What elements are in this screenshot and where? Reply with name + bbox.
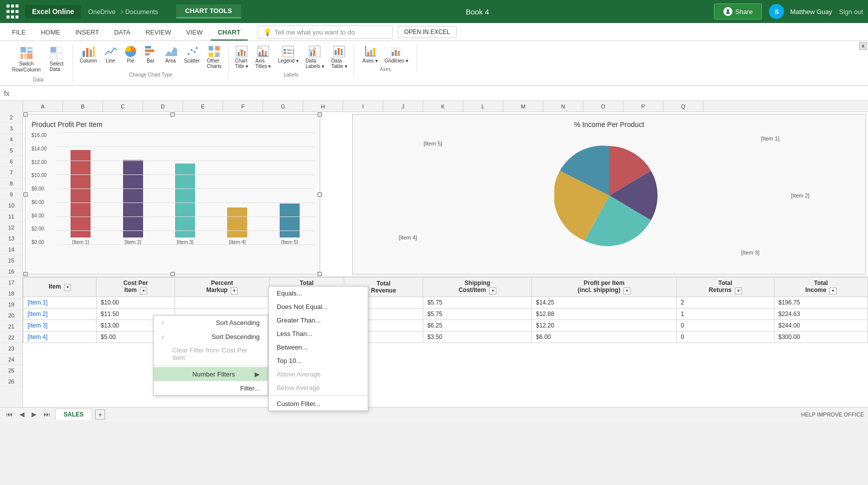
other-charts-button[interactable]: OtherCharts	[204, 44, 224, 70]
row-num-12[interactable]: 12	[0, 222, 23, 233]
filter-percent-markup[interactable]: ▾	[231, 288, 238, 294]
col-header-e[interactable]: E	[183, 101, 223, 112]
switch-row-col-button[interactable]: SwitchRow/Column	[9, 44, 44, 75]
tab-file[interactable]: FILE	[5, 25, 33, 40]
col-header-j[interactable]: J	[383, 101, 423, 112]
tab-insert[interactable]: INSERT	[68, 25, 106, 40]
row-num-9[interactable]: 9	[0, 189, 23, 200]
row-num-25[interactable]: 25	[0, 365, 23, 376]
tab-home[interactable]: HOME	[34, 25, 67, 40]
number-filters-item[interactable]: Number Filters ▶	[154, 367, 268, 381]
row-num-7[interactable]: 7	[0, 167, 23, 178]
col-header-f[interactable]: F	[223, 101, 263, 112]
breadcrumb-documents[interactable]: Documents	[125, 8, 158, 16]
col-header-q[interactable]: Q	[663, 101, 703, 112]
nav-first[interactable]: ⏮	[4, 410, 15, 418]
col-header-h[interactable]: H	[303, 101, 343, 112]
col-header-b[interactable]: B	[63, 101, 103, 112]
row-num-11[interactable]: 11	[0, 211, 23, 222]
filter-cost-per-item[interactable]: ▾	[140, 288, 147, 294]
nav-prev[interactable]: ◀	[18, 410, 27, 418]
formula-bar-input[interactable]	[14, 90, 864, 97]
sort-ascending-item[interactable]: ↑ Sort Ascending	[154, 316, 268, 330]
bar-item-1[interactable]: [Item 1]	[57, 150, 105, 245]
row-num-17[interactable]: 17	[0, 277, 23, 288]
tell-me-box[interactable]: 💡 Tell me what you want to do	[258, 26, 393, 38]
bar-item-3[interactable]: [Item 3]	[161, 164, 209, 245]
col-header-p[interactable]: P	[623, 101, 663, 112]
axes-button[interactable]: Axes ▾	[360, 44, 380, 64]
col-header-d[interactable]: D	[143, 101, 183, 112]
row-num-2[interactable]: 2	[0, 112, 23, 123]
filter-item[interactable]: ▾	[64, 284, 71, 291]
line-chart-button[interactable]: Line	[102, 44, 120, 64]
row-num-20[interactable]: 20	[0, 310, 23, 321]
row-num-15[interactable]: 15	[0, 255, 23, 266]
chart-handle-mr[interactable]	[318, 192, 322, 196]
col-header-l[interactable]: L	[463, 101, 503, 112]
tab-chart[interactable]: CHART	[211, 25, 248, 40]
custom-filter-item[interactable]: Custom Filter...	[269, 397, 368, 410]
row-num-21[interactable]: 21	[0, 321, 23, 332]
sort-descending-item[interactable]: ↓ Sort Descending	[154, 330, 268, 344]
row-num-10[interactable]: 10	[0, 200, 23, 211]
add-sheet-button[interactable]: +	[95, 410, 105, 420]
pie-chart-container[interactable]: % Income Per Product [Item 5] [Item 1] […	[352, 114, 866, 274]
share-button[interactable]: Share	[714, 4, 762, 20]
column-chart-button[interactable]: Column	[77, 44, 99, 64]
chart-handle-bl[interactable]	[24, 272, 28, 276]
row-num-24[interactable]: 24	[0, 354, 23, 365]
row-num-13[interactable]: 13	[0, 233, 23, 244]
row-num-4[interactable]: 4	[0, 134, 23, 145]
col-header-c[interactable]: C	[103, 101, 143, 112]
row-num-16[interactable]: 16	[0, 266, 23, 277]
filter-total-income[interactable]: ▾	[829, 288, 836, 294]
col-header-i[interactable]: I	[343, 101, 383, 112]
apps-icon[interactable]	[5, 4, 20, 19]
bar-item-5[interactable]: [Item 5]	[266, 204, 314, 245]
app-name[interactable]: Excel Online	[25, 5, 81, 18]
greater-than-item[interactable]: Greater Than...	[269, 314, 368, 327]
data-table-button[interactable]: DataTable ▾	[329, 44, 350, 70]
data-labels-button[interactable]: 12 15 DataLabels ▾	[303, 44, 327, 70]
does-not-equal-item[interactable]: Does Not Equal...	[269, 300, 368, 314]
bar-item-2[interactable]: [Item 2]	[109, 160, 157, 245]
nav-last[interactable]: ⏭	[42, 410, 52, 418]
between-item[interactable]: Between...	[269, 340, 368, 354]
row-num-14[interactable]: 14	[0, 244, 23, 255]
gridlines-button[interactable]: Gridlines ▾	[382, 44, 411, 64]
bar-chart-button[interactable]: Bar	[142, 44, 160, 64]
col-header-m[interactable]: M	[503, 101, 543, 112]
select-data-button[interactable]: SelectData	[46, 44, 68, 74]
row-num-5[interactable]: 5	[0, 145, 23, 156]
chart-handle-bc[interactable]	[171, 272, 175, 276]
filter-total-returns[interactable]: ▾	[735, 288, 742, 294]
open-in-excel-button[interactable]: OPEN IN EXCEL	[398, 26, 457, 38]
row-num-18[interactable]: 18	[0, 288, 23, 299]
chart-handle-tc[interactable]	[171, 112, 175, 116]
axis-titles-button[interactable]: Axis AxisTitles ▾	[253, 44, 273, 70]
sheet-tab-sales[interactable]: SALES	[55, 408, 92, 420]
bar-chart-container[interactable]: Product Profit Per Item	[25, 114, 320, 274]
chart-title-button[interactable]: Title ChartTitle ▾	[233, 44, 251, 70]
row-num-23[interactable]: 23	[0, 343, 23, 354]
row-num-26[interactable]: 26	[0, 376, 23, 387]
col-header-k[interactable]: K	[423, 101, 463, 112]
less-than-item[interactable]: Less Than...	[269, 327, 368, 340]
chart-handle-br[interactable]	[318, 272, 322, 276]
help-improve-text[interactable]: HELP IMPROVE OFFICE	[801, 412, 864, 418]
chart-handle-tl[interactable]	[24, 112, 28, 116]
col-header-n[interactable]: N	[543, 101, 583, 112]
row-num-22[interactable]: 22	[0, 332, 23, 343]
top10-item[interactable]: Top 10...	[269, 354, 368, 368]
sign-out-link[interactable]: Sign out	[839, 8, 863, 16]
equals-item[interactable]: Equals...	[269, 286, 368, 300]
tab-review[interactable]: REVIEW	[139, 25, 178, 40]
pie-chart-button[interactable]: Pie	[122, 44, 140, 64]
filter-item[interactable]: Filter...	[154, 381, 268, 395]
skype-icon[interactable]: S	[769, 4, 784, 19]
area-chart-button[interactable]: Area	[162, 44, 180, 64]
filter-shipping-cost[interactable]: ▾	[489, 288, 496, 294]
bar-item-4[interactable]: [Item 4]	[213, 208, 261, 245]
tab-view[interactable]: VIEW	[179, 25, 210, 40]
